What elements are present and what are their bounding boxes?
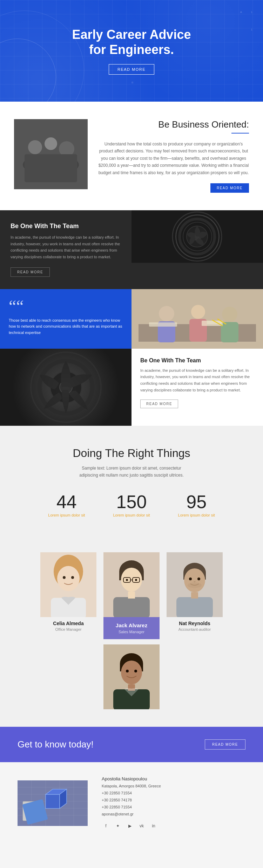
svg-rect-0 — [14, 119, 88, 189]
svg-point-20 — [159, 306, 174, 321]
cta-section: Get to know today! READ MORE — [0, 727, 263, 762]
svg-point-56 — [197, 577, 200, 580]
social-vk-icon[interactable]: vk — [137, 822, 146, 830]
middle-bottom-photo — [103, 644, 160, 709]
svg-point-48 — [135, 579, 137, 581]
footer-section: Apostolia Nasiopoulou Katapola, Amorgos … — [0, 762, 263, 844]
team-text-block-1: Be One With The Team In academe, the pur… — [0, 210, 132, 289]
svg-point-57 — [188, 582, 202, 588]
svg-rect-10 — [25, 165, 77, 179]
business-read-more-button[interactable]: READ MORE — [210, 183, 249, 193]
svg-point-64 — [126, 670, 129, 672]
quote-block: ““ Those best able to reach consensus ar… — [0, 289, 132, 349]
svg-rect-25 — [221, 322, 238, 342]
stat-number-2: 150 — [113, 493, 150, 511]
footer-phone-1: +30 22850 71554 — [102, 790, 245, 797]
svg-rect-82 — [23, 801, 37, 821]
hero-read-more-button[interactable]: READ MORE — [109, 64, 154, 75]
turbine-top-image — [132, 210, 263, 263]
hero-coord-1: 1 — [251, 11, 252, 14]
celia-block: Celia Almeda Office Manager — [37, 552, 100, 639]
business-text-area: Be Business Oriented: Understand how the… — [98, 119, 249, 193]
team-block1-title: Be One With The Team — [11, 223, 121, 230]
turbine-large-image — [0, 349, 132, 426]
title-underline — [231, 133, 249, 134]
hero-coord-b: B — [132, 81, 133, 84]
footer-address: Katapola, Amorgos 84008, Greece +30 2285… — [102, 783, 245, 818]
hero-title: Early Career Advice for Engineers. — [72, 27, 191, 57]
footer-image — [18, 780, 88, 826]
celia-name: Celia Almeda — [53, 621, 83, 626]
stat-item-1: 44 Lorem ipsum dolor sit — [48, 493, 85, 517]
quote-text: Those best able to reach consensus are t… — [9, 317, 123, 336]
svg-point-54 — [184, 568, 205, 592]
footer-company-name: Apostolia Nasiopoulou — [102, 776, 245, 781]
business-section: Be Business Oriented: Understand how the… — [0, 102, 263, 210]
stats-row: 44 Lorem ipsum dolor sit 150 Lorem ipsum… — [14, 493, 249, 517]
stat-label-2: Lorem ipsum dolor sit — [113, 513, 150, 517]
team-block2-title: Be One With The Team — [140, 357, 254, 364]
svg-point-2 — [28, 140, 39, 151]
svg-point-22 — [191, 305, 205, 319]
nat-role: Accountant-auditor — [178, 627, 211, 631]
team-bottom-row — [21, 644, 242, 709]
turbine-image-inner — [132, 210, 263, 263]
svg-rect-13 — [132, 210, 263, 263]
stat-label-3: Lorem ipsum dolor sit — [178, 513, 215, 517]
social-facebook-icon[interactable]: f — [102, 822, 110, 830]
nat-name: Nat Reynolds — [179, 621, 210, 626]
footer-phone-2: +30 22850 74178 — [102, 797, 245, 804]
turbine-large-inner — [0, 349, 132, 426]
svg-rect-59 — [191, 592, 198, 599]
svg-rect-50 — [128, 592, 135, 599]
svg-point-17 — [193, 232, 201, 241]
svg-rect-5 — [43, 147, 59, 166]
svg-point-39 — [71, 576, 74, 579]
hero-coord-2: 1 — [251, 28, 252, 31]
svg-rect-3 — [26, 151, 40, 169]
svg-point-15 — [180, 219, 215, 254]
social-icons-row: f ✦ ▶ vk in — [102, 822, 245, 830]
business-photo — [14, 119, 88, 189]
middle-bottom-block — [100, 644, 163, 709]
svg-point-6 — [63, 141, 76, 153]
social-youtube-icon[interactable]: ▶ — [126, 822, 134, 830]
footer-address-line1: Katapola, Amorgos 84008, Greece — [102, 783, 245, 790]
team-block2-read-more-button[interactable]: READ MORE — [140, 399, 178, 408]
celia-role: Office Manager — [55, 627, 81, 631]
jack-photo — [103, 552, 160, 617]
stat-item-2: 150 Lorem ipsum dolor sit — [113, 493, 150, 517]
stat-number-3: 95 — [178, 493, 215, 511]
team-block2-description: In academe, the pursuit of knowledge can… — [140, 367, 254, 394]
svg-point-14 — [173, 212, 222, 261]
svg-point-38 — [63, 576, 66, 579]
jack-name: Jack Alvarez — [107, 622, 156, 628]
nat-block: Nat Reynolds Accountant-auditor — [163, 552, 226, 639]
hero-coord-a: A — [240, 11, 242, 14]
svg-point-63 — [121, 661, 142, 684]
team-block1-read-more-button[interactable]: READ MORE — [11, 267, 50, 277]
engineers-image — [132, 289, 263, 349]
doing-title: Doing The Right Things — [14, 447, 249, 460]
business-title: Be Business Oriented: — [98, 119, 249, 130]
svg-point-55 — [189, 577, 192, 580]
jack-info-block: Jack Alvarez Sales Manager — [103, 617, 160, 639]
hero-section: A 1 1 B Early Career Advice for Engineer… — [0, 0, 263, 102]
svg-rect-49 — [113, 597, 150, 617]
footer-phone-3: +30 22850 71554 — [102, 804, 245, 811]
team-dark-section: Be One With The Team In academe, the pur… — [0, 210, 263, 426]
svg-point-65 — [134, 670, 137, 672]
svg-point-16 — [187, 226, 208, 247]
svg-rect-58 — [176, 597, 213, 617]
social-twitter-icon[interactable]: ✦ — [114, 822, 122, 830]
cta-read-more-button[interactable]: READ MORE — [205, 739, 245, 750]
social-linkedin-icon[interactable]: in — [149, 822, 158, 830]
svg-point-8 — [62, 139, 77, 146]
stat-item-3: 95 Lorem ipsum dolor sit — [178, 493, 215, 517]
jack-block: Jack Alvarez Sales Manager — [100, 552, 163, 639]
svg-rect-26 — [149, 322, 177, 327]
doing-section: Doing The Right Things Sample text: Lore… — [0, 426, 263, 535]
stat-number-1: 44 — [48, 493, 85, 511]
cta-text: Get to know today! — [18, 739, 94, 750]
svg-rect-27 — [202, 321, 223, 326]
